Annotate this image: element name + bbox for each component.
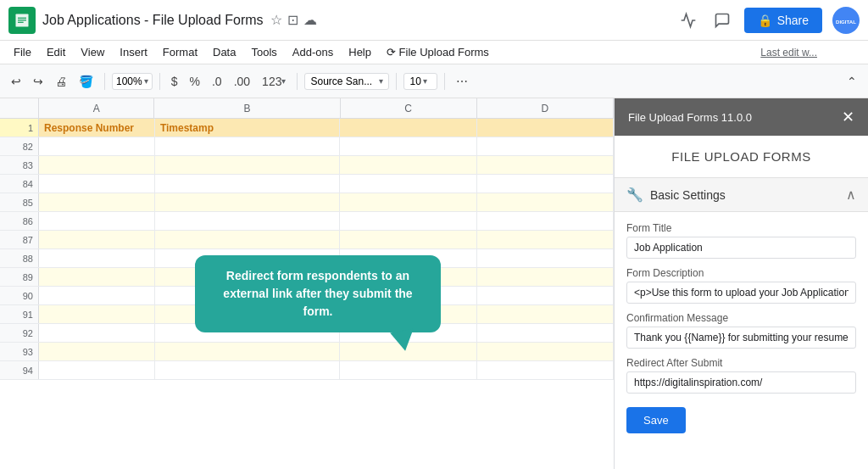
cell-c87[interactable] xyxy=(340,231,476,248)
avatar[interactable]: DIGITAL xyxy=(832,7,860,34)
toolbar-right: ⌃ xyxy=(843,72,861,91)
menu-tools[interactable]: Tools xyxy=(244,43,283,61)
cell-a83[interactable] xyxy=(39,156,155,174)
cell-d90[interactable] xyxy=(477,287,614,304)
table-row: 1 Response Number Timestamp xyxy=(0,119,614,137)
cell-d88[interactable] xyxy=(477,249,614,267)
collapse-button[interactable]: ⌃ xyxy=(843,72,861,91)
menu-plugin[interactable]: ⟳ File Upload Forms xyxy=(380,43,496,61)
cell-b86[interactable] xyxy=(155,212,340,230)
folder-icon[interactable]: ⊡ xyxy=(287,12,298,28)
menu-format[interactable]: Format xyxy=(156,43,204,61)
cell-c84[interactable] xyxy=(340,175,476,193)
print-button[interactable]: 🖨 xyxy=(51,72,71,91)
cell-c82[interactable] xyxy=(340,137,476,155)
percent-button[interactable]: % xyxy=(186,72,204,91)
cell-a90[interactable] xyxy=(39,287,155,304)
analytics-icon[interactable] xyxy=(676,8,700,32)
cell-d82[interactable] xyxy=(477,137,614,155)
table-row: 87 xyxy=(0,231,614,249)
cell-d86[interactable] xyxy=(477,212,614,230)
cell-b85[interactable] xyxy=(155,193,340,211)
comment-icon[interactable] xyxy=(710,8,734,32)
cell-a82[interactable] xyxy=(39,137,155,155)
cell-b1[interactable]: Timestamp xyxy=(155,119,340,137)
font-size-select[interactable]: 10 ▾ xyxy=(403,73,437,90)
zoom-select[interactable]: 100% ▾ xyxy=(112,73,153,90)
cell-d89[interactable] xyxy=(477,268,614,286)
cell-b87[interactable] xyxy=(155,231,340,248)
cell-d1[interactable] xyxy=(477,119,614,137)
cell-b84[interactable] xyxy=(155,175,340,193)
star-icon[interactable]: ☆ xyxy=(270,12,282,28)
cell-b94[interactable] xyxy=(155,361,340,379)
cell-a89[interactable] xyxy=(39,268,155,286)
cell-d87[interactable] xyxy=(477,231,614,248)
number-format-button[interactable]: 123 ▾ xyxy=(258,72,290,91)
cell-d85[interactable] xyxy=(477,193,614,211)
save-button[interactable]: Save xyxy=(626,407,686,433)
menu-addons[interactable]: Add-ons xyxy=(286,43,340,61)
cloud-icon[interactable]: ☁ xyxy=(303,12,317,28)
cell-a88[interactable] xyxy=(39,249,155,267)
decimal-less-button[interactable]: .0 xyxy=(208,72,226,91)
menu-insert[interactable]: Insert xyxy=(113,43,154,61)
cell-c86[interactable] xyxy=(340,212,476,230)
form-title-input[interactable] xyxy=(626,237,856,259)
cell-b83[interactable] xyxy=(155,156,340,174)
cell-a84[interactable] xyxy=(39,175,155,193)
decimal-more-button[interactable]: .00 xyxy=(230,72,254,91)
cell-d93[interactable] xyxy=(477,343,614,360)
undo-button[interactable]: ↩ xyxy=(7,72,25,91)
row-number: 83 xyxy=(0,156,39,174)
menu-file[interactable]: File xyxy=(7,43,38,61)
cell-d91[interactable] xyxy=(477,305,614,323)
cell-d94[interactable] xyxy=(477,361,614,379)
redirect-input[interactable] xyxy=(626,371,856,394)
col-header-b[interactable]: B xyxy=(154,98,340,118)
menu-edit[interactable]: Edit xyxy=(40,43,72,61)
col-header-c[interactable]: C xyxy=(341,98,477,118)
paintformat-button[interactable]: 🪣 xyxy=(75,72,97,91)
cell-a86[interactable] xyxy=(39,212,155,230)
panel-close-button[interactable]: ✕ xyxy=(842,108,854,126)
cell-a93[interactable] xyxy=(39,343,155,360)
menu-data[interactable]: Data xyxy=(206,43,242,61)
cell-a85[interactable] xyxy=(39,193,155,211)
cell-d84[interactable] xyxy=(477,175,614,193)
cell-b93[interactable] xyxy=(155,343,340,360)
cell-c94[interactable] xyxy=(340,361,476,379)
currency-button[interactable]: $ xyxy=(167,72,182,91)
cell-c1[interactable] xyxy=(340,119,476,137)
cell-b82[interactable] xyxy=(155,137,340,155)
menu-help[interactable]: Help xyxy=(342,43,378,61)
cell-c83[interactable] xyxy=(340,156,476,174)
form-desc-input[interactable] xyxy=(626,282,856,304)
share-button[interactable]: 🔒 Share xyxy=(744,8,822,33)
confirm-msg-input[interactable] xyxy=(626,327,856,349)
cell-c85[interactable] xyxy=(340,193,476,211)
font-select[interactable]: Source San... ▾ xyxy=(304,73,389,90)
cell-a92[interactable] xyxy=(39,324,155,342)
redo-button[interactable]: ↪ xyxy=(29,72,47,91)
col-header-d[interactable]: D xyxy=(477,98,614,118)
svg-rect-2 xyxy=(18,20,26,20)
form-title-label: Form Title xyxy=(626,222,856,234)
cell-a1[interactable]: Response Number xyxy=(39,119,155,137)
spreadsheet: A B C D 1 Response Number Timestamp 8283… xyxy=(0,98,614,469)
cell-a87[interactable] xyxy=(39,231,155,248)
cell-a94[interactable] xyxy=(39,361,155,379)
panel-header: File Upload Forms 11.0.0 ✕ xyxy=(615,98,868,136)
cell-d83[interactable] xyxy=(477,156,614,174)
col-header-a[interactable]: A xyxy=(39,98,154,118)
more-options-button[interactable]: ⋯ xyxy=(452,72,472,91)
basic-settings-section[interactable]: 🔧 Basic Settings ∧ xyxy=(615,178,868,212)
menu-view[interactable]: View xyxy=(74,43,111,61)
form-fields: Form Title Form Description Confirmation… xyxy=(615,212,868,404)
cell-a91[interactable] xyxy=(39,305,155,323)
collapse-section-icon[interactable]: ∧ xyxy=(846,187,856,203)
cell-d92[interactable] xyxy=(477,324,614,342)
document-title: Job Applications - File Upload Forms xyxy=(42,13,264,28)
row-number: 93 xyxy=(0,343,39,360)
table-row: 84 xyxy=(0,175,614,193)
